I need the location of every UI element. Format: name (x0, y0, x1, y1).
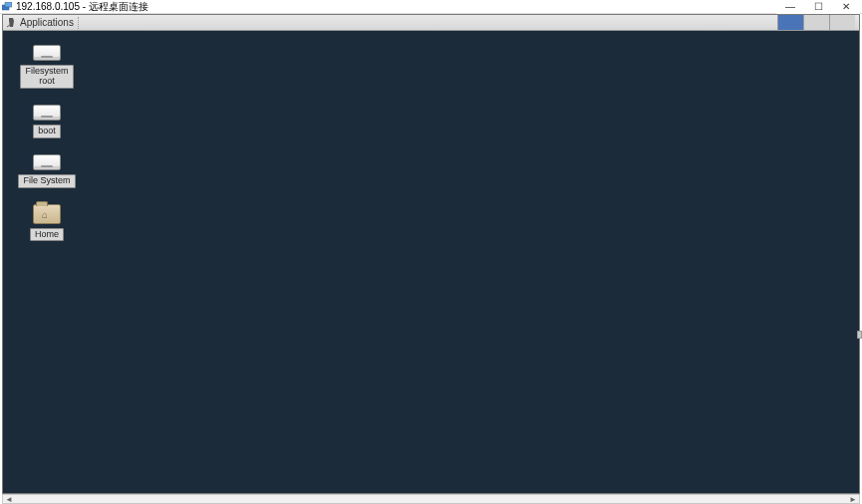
desktop-icon-label: File System (18, 174, 75, 188)
svg-rect-1 (5, 2, 12, 7)
panel-tray (777, 15, 855, 30)
drive-icon (33, 105, 61, 121)
minimize-button[interactable]: — (776, 0, 804, 14)
close-button[interactable]: ✕ (832, 0, 860, 14)
home-glyph-icon: ⌂ (42, 209, 48, 220)
applications-menu-label[interactable]: Applications (20, 17, 74, 28)
window-controls: — ☐ ✕ (776, 0, 860, 14)
applications-menu-icon[interactable] (7, 18, 17, 28)
window-titlebar: 192.168.0.105 - 远程桌面连接 — ☐ ✕ (0, 0, 862, 14)
vertical-scroll-marker[interactable] (857, 331, 862, 339)
drive-icon (33, 154, 61, 170)
xfce-panel: Applications (3, 15, 859, 31)
window-title: 192.168.0.105 - 远程桌面连接 (16, 0, 148, 14)
desktop-icon-label: boot (33, 125, 61, 138)
workspace-3-button[interactable] (829, 15, 855, 30)
desktop-icon-label: Home (30, 228, 64, 242)
panel-separator (78, 17, 79, 29)
desktop-icon-label: Filesystem root (20, 65, 73, 89)
scroll-right-arrow-icon[interactable]: ► (847, 495, 859, 504)
drive-icon (33, 45, 61, 61)
desktop-icon-boot[interactable]: boot (17, 105, 77, 138)
client-area: Applications Filesystem root boot File S… (0, 14, 862, 504)
desktop-icon-filesystem-root[interactable]: Filesystem root (17, 45, 77, 89)
remote-session-frame: Applications Filesystem root boot File S… (2, 14, 860, 494)
workspace-1-button[interactable] (777, 15, 803, 30)
horizontal-scrollbar[interactable]: ◄ ► (2, 494, 860, 504)
scroll-left-arrow-icon[interactable]: ◄ (3, 495, 15, 504)
workspace-2-button[interactable] (803, 15, 829, 30)
home-folder-icon: ⌂ (33, 204, 61, 224)
rdp-icon (2, 2, 12, 12)
desktop-icon-file-system[interactable]: File System (17, 154, 77, 188)
maximize-button[interactable]: ☐ (804, 0, 832, 14)
desktop[interactable]: Filesystem root boot File System ⌂ Home (3, 31, 859, 493)
svg-line-2 (7, 25, 10, 27)
desktop-icon-home[interactable]: ⌂ Home (17, 204, 77, 242)
